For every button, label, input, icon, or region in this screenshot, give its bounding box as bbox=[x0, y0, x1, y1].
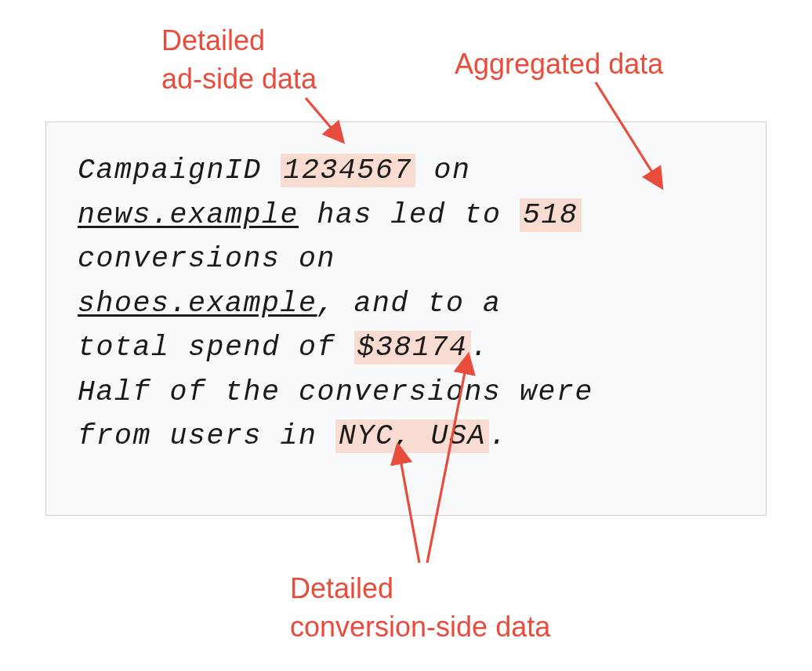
label-aggregated-data: Aggregated data bbox=[455, 45, 663, 84]
label-text-bottom: Detailedconversion-side data bbox=[290, 572, 550, 643]
link-news-site: news.example bbox=[78, 199, 299, 231]
text-from-users: from users in bbox=[78, 420, 335, 452]
text-half-conversions: Half of the conversions were bbox=[78, 376, 593, 408]
text-conversions-on: conversions on bbox=[78, 243, 335, 275]
example-text: CampaignID 1234567 on news.example has l… bbox=[78, 149, 734, 459]
example-box: CampaignID 1234567 on news.example has l… bbox=[45, 122, 767, 516]
highlight-spend: $38174 bbox=[354, 331, 471, 365]
highlight-campaign-id: 1234567 bbox=[281, 154, 416, 187]
label-text: Aggregated data bbox=[455, 48, 663, 80]
label-detailed-conversion-side: Detailedconversion-side data bbox=[290, 570, 550, 646]
text-pre-campaign: CampaignID bbox=[78, 154, 281, 187]
text-period: . bbox=[471, 332, 490, 364]
text-total-spend: total spend of bbox=[78, 332, 354, 364]
highlight-location: NYC, USA bbox=[335, 419, 489, 453]
text-and-to: , and to a bbox=[317, 288, 502, 320]
text-on: on bbox=[415, 154, 471, 187]
label-line-1: Detailedad-side data bbox=[161, 24, 317, 95]
text-end: . bbox=[489, 420, 508, 452]
highlight-conversions: 518 bbox=[520, 198, 582, 232]
label-detailed-ad-side: Detailedad-side data bbox=[161, 22, 317, 98]
link-shoes-site: shoes.example bbox=[78, 288, 317, 320]
text-has-led: has led to bbox=[299, 199, 520, 231]
